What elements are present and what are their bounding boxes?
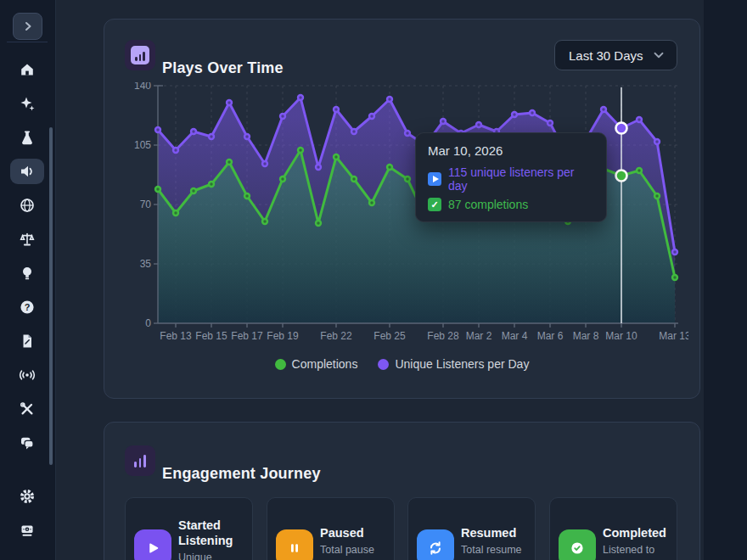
engagement-card-title: Engagement Journey (162, 458, 321, 489)
sidebar-item-document[interactable] (10, 328, 44, 354)
play-icon (134, 529, 171, 560)
sidebar-item-help[interactable]: ? (10, 294, 44, 320)
bar-chart-icon (125, 445, 155, 476)
sidebar-item-broadcast[interactable] (10, 362, 44, 388)
sidebar-item-flask[interactable] (10, 125, 44, 150)
tooltip-row-listeners: 115 unique listeners per day (428, 165, 594, 193)
refresh-icon (417, 529, 454, 560)
sidebar-item-home[interactable] (10, 57, 44, 82)
tooltip-listeners-value: 115 unique listeners per day (448, 165, 594, 193)
sidebar-divider (7, 42, 48, 42)
tools-icon (19, 400, 36, 417)
globe-icon (19, 197, 36, 214)
sidebar-item-sparkles[interactable] (10, 91, 44, 116)
help-icon: ? (19, 299, 36, 316)
speaker-icon (19, 163, 36, 180)
stat-card-started-listening: Started Listening Unique listeners (125, 497, 253, 560)
sidebar-item-scales[interactable] (10, 227, 44, 252)
svg-text:Feb 19: Feb 19 (267, 330, 299, 342)
svg-text:Feb 17: Feb 17 (231, 330, 263, 342)
bar-chart-icon (125, 40, 155, 70)
svg-text:Mar 2: Mar 2 (466, 330, 492, 342)
check-circle-icon (559, 529, 596, 560)
svg-text:70: 70 (140, 199, 152, 210)
tooltip-completions-value: 87 completions (448, 198, 528, 211)
scales-icon (19, 231, 36, 248)
play-icon (428, 172, 441, 186)
chevron-right-icon (20, 18, 37, 35)
legend-item-completions[interactable]: Completions (275, 357, 358, 371)
page-right-gutter (704, 0, 747, 560)
sidebar-item-card-reader[interactable] (10, 518, 44, 543)
tooltip-date: Mar 10, 2026 (428, 143, 594, 158)
svg-text:Mar 13: Mar 13 (659, 330, 688, 342)
home-icon (19, 61, 36, 78)
stat-card-resumed: Resumed Total resume events (407, 497, 536, 560)
plays-card-title: Plays Over Time (162, 53, 284, 83)
svg-text:Feb 28: Feb 28 (427, 330, 459, 342)
svg-text:?: ? (25, 302, 31, 312)
sidebar-item-globe[interactable] (10, 193, 44, 218)
chevron-down-icon (651, 48, 666, 63)
tooltip-row-completions: ✓ 87 completions (428, 198, 594, 211)
gear-icon (19, 488, 36, 505)
svg-text:Mar 4: Mar 4 (502, 330, 528, 342)
sidebar-bottom-items (10, 484, 44, 543)
flask-icon (19, 129, 36, 146)
chart-tooltip: Mar 10, 2026 115 unique listeners per da… (415, 132, 607, 222)
sidebar: ? (0, 0, 56, 560)
lightbulb-icon (19, 265, 36, 282)
legend-item-unique-listeners[interactable]: Unique Listeners per Day (378, 357, 529, 371)
chart-legend: Completions Unique Listeners per Day (104, 357, 699, 371)
sidebar-item-gear[interactable] (10, 484, 44, 509)
svg-text:Mar 8: Mar 8 (573, 330, 599, 342)
date-range-dropdown[interactable]: Last 30 Days (554, 40, 677, 70)
pause-icon (276, 529, 313, 560)
broadcast-icon (19, 367, 36, 384)
check-icon: ✓ (428, 198, 441, 211)
sidebar-nav-items: ? (10, 57, 44, 456)
svg-text:140: 140 (134, 82, 151, 92)
chat-icon (19, 434, 36, 451)
stat-card-completed: Completed Listened to 90%+ (549, 497, 677, 560)
engagement-journey-card: Engagement Journey Started Listening Uni… (104, 422, 700, 560)
date-range-value: Last 30 Days (569, 48, 643, 63)
completions-dot-icon (275, 359, 286, 370)
svg-text:Feb 13: Feb 13 (160, 330, 192, 342)
card-reader-icon (19, 522, 36, 539)
sidebar-expand-button[interactable] (13, 13, 42, 40)
sidebar-item-speaker[interactable] (10, 159, 44, 184)
svg-text:Feb 15: Feb 15 (195, 330, 227, 342)
sidebar-item-tools[interactable] (10, 396, 44, 422)
stat-card-paused: Paused Total pause events (267, 497, 395, 560)
sidebar-scrollbar-thumb[interactable] (49, 127, 53, 465)
plays-over-time-card: Plays Over Time Last 30 Days 03570105140… (104, 19, 700, 399)
document-icon (19, 333, 36, 350)
svg-text:Mar 6: Mar 6 (537, 330, 564, 342)
unique-listeners-dot-icon (378, 359, 389, 370)
sparkles-icon (19, 95, 36, 112)
svg-text:Mar 10: Mar 10 (605, 330, 637, 342)
svg-text:Feb 25: Feb 25 (374, 330, 406, 342)
sidebar-item-lightbulb[interactable] (10, 260, 44, 286)
sidebar-item-chat[interactable] (10, 430, 44, 456)
svg-text:105: 105 (134, 139, 151, 151)
svg-text:0: 0 (145, 317, 151, 329)
svg-text:35: 35 (140, 258, 152, 270)
svg-text:Feb 22: Feb 22 (320, 330, 352, 342)
